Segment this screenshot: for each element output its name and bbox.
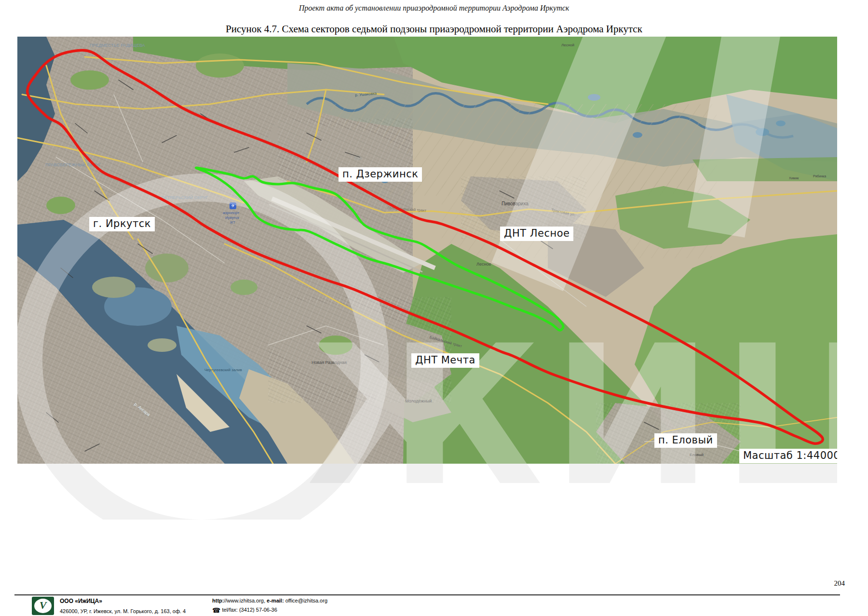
url-label: http: [212, 598, 224, 603]
map-label-dnt-mechta: ДНТ Мечта [411, 353, 479, 368]
inner-sector-boundary-green [196, 168, 563, 330]
company-logo: V [32, 597, 54, 615]
watermark-under-map: ЖИЦА [17, 464, 837, 520]
zone-contours [17, 37, 837, 464]
map-label-dzerzhinsk: п. Дзержинск [339, 167, 422, 182]
footer-web-line: http://www.izhitsa.org, e-mail: office@i… [212, 598, 327, 603]
phone-icon: ☎ [212, 606, 220, 614]
map-label-dnt-lesnoe: ДНТ Лесное [500, 227, 573, 241]
footer-company-name: ООО «ИжИЦА» [60, 598, 102, 604]
footer-phone-line: ☎tel/fax: (3412) 57-06-36 [212, 606, 277, 614]
footer-address: 426000, УР, г. Ижевск, ул. М. Горького, … [60, 608, 186, 614]
map-label-yelovy: п. Еловый [654, 433, 717, 448]
footer-divider [14, 594, 840, 596]
email-text[interactable]: office@izhitsa.org [285, 598, 327, 603]
document-header: Проект акта об установлении приаэродромн… [0, 4, 868, 13]
watermark-text: ЖИЦА [307, 464, 837, 513]
figure-caption: Рисунок 4.7. Схема секторов седьмой подз… [0, 23, 868, 35]
map-label-city-irkutsk: г. Иркутск [89, 217, 155, 231]
logo-izhitsa-glyph: V [40, 599, 47, 611]
document-page: { "page": { "header_italic": "Проект акт… [0, 0, 868, 616]
satellite-map-figure: ПРЕДМЕСТЬЕ РАДИЩЕВАПРАВОБЕРЕЖНЫЙ ОКРУГОК… [17, 37, 837, 464]
page-number: 204 [834, 579, 845, 588]
email-label: e-mail: [267, 598, 284, 603]
url-text[interactable]: //www.izhitsa.org, [224, 598, 265, 603]
map-label-scale: Масштаб 1:44000 [739, 449, 837, 463]
phone-text: tel/fax: (3412) 57-06-36 [222, 607, 277, 613]
